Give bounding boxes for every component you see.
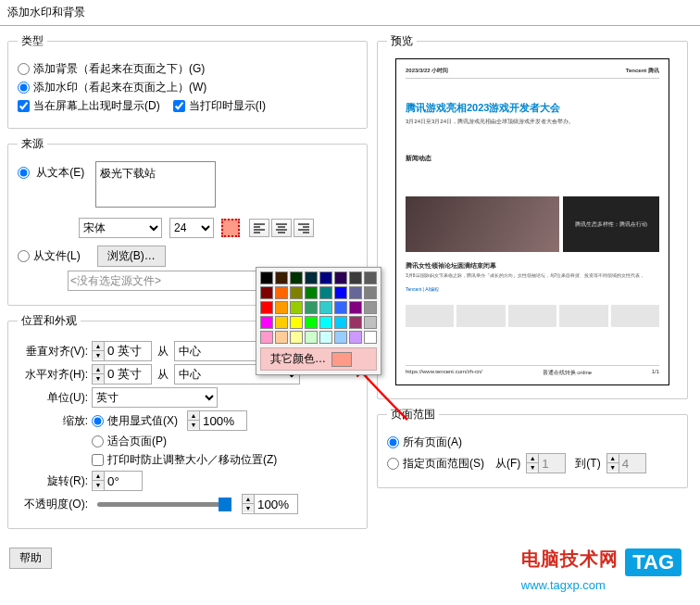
align-right-button[interactable]: [294, 219, 314, 237]
from-page-label: 从(F): [495, 456, 520, 472]
align-center-button[interactable]: [271, 219, 292, 237]
color-swatch[interactable]: [319, 286, 332, 299]
color-swatch[interactable]: [290, 301, 303, 314]
from-page-spinner[interactable]: ▲▼: [526, 453, 566, 473]
color-swatch[interactable]: [305, 301, 318, 314]
type-legend: 类型: [18, 33, 47, 49]
color-swatch[interactable]: [305, 286, 318, 299]
color-swatch[interactable]: [319, 316, 332, 329]
color-swatch[interactable]: [364, 331, 377, 344]
from-text-radio[interactable]: [18, 167, 30, 179]
add-background-radio[interactable]: [18, 63, 30, 75]
color-swatch[interactable]: [319, 331, 332, 344]
color-swatch[interactable]: [290, 271, 303, 284]
color-swatch[interactable]: [319, 301, 332, 314]
other-color-label: 其它颜色…: [270, 351, 326, 367]
opacity-label: 不透明度(O):: [18, 497, 92, 512]
halign-offset-spinner[interactable]: ▲▼: [92, 364, 152, 384]
scale-fit-radio[interactable]: [92, 435, 104, 447]
scale-label: 缩放:: [18, 413, 92, 429]
page-range-radio[interactable]: [387, 458, 399, 470]
color-swatch[interactable]: [334, 286, 347, 299]
color-swatch[interactable]: [349, 286, 362, 299]
color-swatch[interactable]: [290, 286, 303, 299]
show-on-print-label: 当打印时显示(I): [189, 98, 266, 114]
font-size-select[interactable]: 24: [169, 218, 214, 238]
opacity-spinner[interactable]: ▲▼: [242, 494, 298, 514]
color-swatch[interactable]: [275, 286, 288, 299]
color-picker-popup[interactable]: 其它颜色…: [256, 267, 381, 375]
rotate-label: 旋转(R):: [18, 473, 92, 489]
color-swatch[interactable]: [305, 331, 318, 344]
to-page-spinner[interactable]: ▲▼: [606, 453, 646, 473]
color-swatch[interactable]: [349, 271, 362, 284]
color-swatch[interactable]: [364, 316, 377, 329]
color-swatch[interactable]: [334, 331, 347, 344]
window-title: 添加水印和背景: [0, 0, 700, 26]
preview-thumbs: [406, 305, 659, 327]
color-swatch[interactable]: [349, 301, 362, 314]
color-swatch[interactable]: [364, 301, 377, 314]
all-pages-label: 所有页面(A): [403, 435, 462, 450]
color-swatch[interactable]: [334, 316, 347, 329]
color-swatch[interactable]: [260, 331, 273, 344]
scale-fit-label: 适合页面(P): [107, 434, 167, 449]
opacity-slider[interactable]: [97, 502, 227, 507]
color-grid[interactable]: [260, 271, 377, 344]
all-pages-radio[interactable]: [387, 436, 399, 448]
color-swatch[interactable]: [260, 316, 273, 329]
color-swatch[interactable]: [305, 316, 318, 329]
add-watermark-label: 添加水印（看起来在页面之上）(W): [33, 80, 206, 95]
watermark-text-input[interactable]: 极光下载站: [95, 161, 216, 208]
show-on-screen-label: 当在屏幕上出现时显示(D): [33, 98, 160, 114]
color-swatch[interactable]: [260, 301, 273, 314]
page-range-label: 指定页面范围(S): [403, 456, 484, 472]
color-swatch[interactable]: [319, 271, 332, 284]
color-swatch[interactable]: [260, 271, 273, 284]
valign-offset-spinner[interactable]: ▲▼: [92, 341, 152, 361]
logo-text: 电脑技术网: [521, 548, 619, 569]
color-swatch[interactable]: [290, 316, 303, 329]
color-swatch[interactable]: [349, 316, 362, 329]
color-swatch[interactable]: [275, 316, 288, 329]
preview-brand: Tencent 腾讯: [626, 67, 659, 75]
from-label-1: 从: [152, 344, 174, 359]
color-swatch[interactable]: [290, 331, 303, 344]
color-swatch[interactable]: [275, 301, 288, 314]
font-select[interactable]: 宋体: [79, 218, 162, 238]
text-color-button[interactable]: [221, 219, 240, 237]
color-swatch[interactable]: [275, 271, 288, 284]
from-file-radio[interactable]: [18, 250, 30, 262]
color-swatch[interactable]: [334, 301, 347, 314]
other-color-button[interactable]: 其它颜色…: [260, 347, 377, 371]
help-button[interactable]: 帮助: [9, 548, 52, 569]
color-swatch[interactable]: [260, 286, 273, 299]
unit-select[interactable]: 英寸: [92, 387, 218, 408]
rotate-spinner[interactable]: ▲▼: [92, 471, 143, 491]
scale-value-spinner[interactable]: ▲▼: [187, 410, 247, 431]
scale-explicit-radio[interactable]: [92, 415, 104, 427]
color-swatch[interactable]: [349, 331, 362, 344]
preview-footer-mid: 普通在线转换 online: [543, 369, 593, 377]
preview-legend: 预览: [387, 33, 417, 49]
show-on-print-checkbox[interactable]: [173, 100, 185, 112]
type-group: 类型 添加背景（看起来在页面之下）(G) 添加水印（看起来在页面之上）(W) 当…: [7, 33, 368, 129]
preview-side-text1: 腾讯生态多样性：腾讯在行动: [575, 221, 647, 229]
align-left-button[interactable]: [249, 219, 269, 237]
color-swatch[interactable]: [364, 286, 377, 299]
valign-label: 垂直对齐(V):: [18, 344, 92, 359]
browse-button[interactable]: 浏览(B)…: [97, 246, 166, 267]
from-label-2: 从: [152, 367, 174, 383]
preview-group: 预览 2023/3/22 小时间 Tencent 腾讯 腾讯游戏亮相2023游戏…: [377, 33, 688, 399]
color-swatch[interactable]: [334, 271, 347, 284]
lock-print-checkbox[interactable]: [92, 454, 104, 466]
preview-hero-image: [406, 196, 559, 252]
color-swatch[interactable]: [305, 271, 318, 284]
from-text-label: 从文本(E): [36, 166, 84, 179]
page-watermark-logo: 电脑技术网 TAG www.tagxp.com: [521, 547, 681, 592]
lock-print-label: 打印时防止调整大小／移动位置(Z): [107, 452, 277, 468]
color-swatch[interactable]: [364, 271, 377, 284]
show-on-screen-checkbox[interactable]: [18, 100, 30, 112]
add-watermark-radio[interactable]: [18, 82, 30, 94]
color-swatch[interactable]: [275, 331, 288, 344]
